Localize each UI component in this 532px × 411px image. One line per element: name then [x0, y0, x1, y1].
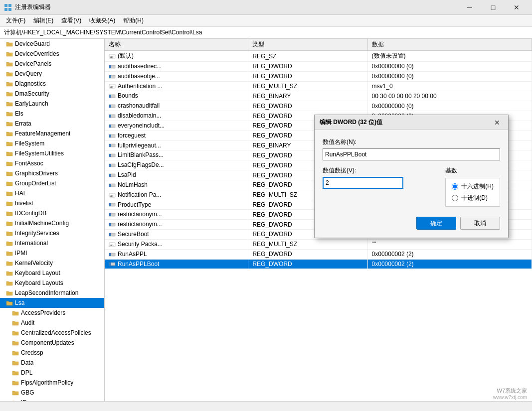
dec-radio[interactable]	[452, 195, 458, 201]
dec-radio-label[interactable]: 十进制(D)	[452, 194, 494, 202]
dialog-buttons: 确定 取消	[323, 213, 500, 230]
base-label: 基数	[445, 166, 500, 175]
radio-group: 十六进制(H) 十进制(D)	[445, 178, 500, 207]
dialog-title: 编辑 DWORD (32 位)值	[320, 118, 491, 127]
hex-radio-label[interactable]: 十六进制(H)	[452, 182, 494, 191]
dialog-overlay: 编辑 DWORD (32 位)值 ✕ 数值名称(N): 数值数据(V): 基数 …	[0, 0, 532, 411]
cancel-button[interactable]: 取消	[460, 217, 500, 230]
hex-radio[interactable]	[452, 183, 458, 190]
dialog-title-bar: 编辑 DWORD (32 位)值 ✕	[315, 115, 508, 130]
confirm-button[interactable]: 确定	[416, 217, 456, 230]
dialog-close-button[interactable]: ✕	[491, 118, 503, 128]
base-section: 基数 十六进制(H) 十进制(D)	[445, 166, 500, 207]
value-row: 数值数据(V): 基数 十六进制(H) 十进制(D)	[323, 166, 500, 207]
name-input[interactable]	[323, 148, 500, 160]
data-label: 数值数据(V):	[323, 166, 437, 175]
edit-dword-dialog: 编辑 DWORD (32 位)值 ✕ 数值名称(N): 数值数据(V): 基数 …	[314, 115, 509, 238]
dec-radio-text: 十进制(D)	[461, 194, 488, 202]
dialog-body: 数值名称(N): 数值数据(V): 基数 十六进制(H)	[315, 130, 508, 238]
value-section: 数值数据(V):	[323, 166, 437, 207]
hex-radio-text: 十六进制(H)	[461, 182, 494, 191]
name-label: 数值名称(N):	[323, 138, 500, 146]
data-input[interactable]	[323, 177, 403, 189]
